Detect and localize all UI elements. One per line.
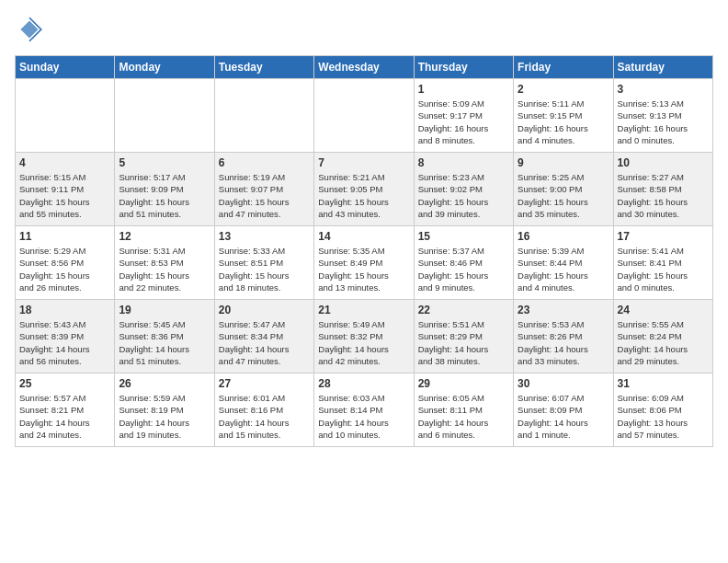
calendar-cell: 5Sunrise: 5:17 AM Sunset: 9:09 PM Daylig… bbox=[115, 153, 214, 226]
calendar-week-5: 25Sunrise: 5:57 AM Sunset: 8:21 PM Dayli… bbox=[16, 373, 713, 447]
day-number: 9 bbox=[518, 156, 609, 169]
day-number: 21 bbox=[318, 304, 409, 316]
calendar-week-2: 4Sunrise: 5:15 AM Sunset: 9:11 PM Daylig… bbox=[16, 153, 713, 226]
calendar-table: SundayMondayTuesdayWednesdayThursdayFrid… bbox=[15, 55, 713, 447]
day-number: 14 bbox=[318, 230, 409, 243]
day-info: Sunrise: 6:09 AM Sunset: 8:06 PM Dayligh… bbox=[618, 392, 709, 441]
day-number: 28 bbox=[318, 377, 409, 390]
day-number: 31 bbox=[618, 377, 709, 390]
day-number: 6 bbox=[219, 156, 310, 169]
day-number: 4 bbox=[19, 156, 110, 169]
calendar-cell: 20Sunrise: 5:47 AM Sunset: 8:34 PM Dayli… bbox=[214, 300, 313, 373]
day-info: Sunrise: 5:23 AM Sunset: 9:02 PM Dayligh… bbox=[418, 171, 509, 220]
day-info: Sunrise: 5:45 AM Sunset: 8:36 PM Dayligh… bbox=[119, 318, 210, 367]
calendar-week-3: 11Sunrise: 5:29 AM Sunset: 8:56 PM Dayli… bbox=[16, 226, 713, 300]
day-number: 30 bbox=[518, 377, 609, 390]
day-number: 15 bbox=[418, 230, 509, 243]
calendar-cell: 13Sunrise: 5:33 AM Sunset: 8:51 PM Dayli… bbox=[214, 226, 313, 300]
day-info: Sunrise: 5:41 AM Sunset: 8:41 PM Dayligh… bbox=[618, 245, 709, 293]
calendar-cell: 4Sunrise: 5:15 AM Sunset: 9:11 PM Daylig… bbox=[16, 153, 115, 226]
day-number: 1 bbox=[418, 83, 509, 96]
calendar-cell: 14Sunrise: 5:35 AM Sunset: 8:49 PM Dayli… bbox=[314, 226, 414, 300]
calendar-cell bbox=[16, 79, 115, 153]
day-number: 24 bbox=[618, 304, 709, 316]
calendar-cell: 7Sunrise: 5:21 AM Sunset: 9:05 PM Daylig… bbox=[314, 153, 414, 226]
calendar-cell: 6Sunrise: 5:19 AM Sunset: 9:07 PM Daylig… bbox=[214, 153, 313, 226]
day-number: 13 bbox=[219, 230, 310, 243]
day-info: Sunrise: 5:25 AM Sunset: 9:00 PM Dayligh… bbox=[518, 171, 609, 220]
day-number: 27 bbox=[219, 377, 310, 390]
day-info: Sunrise: 5:49 AM Sunset: 8:32 PM Dayligh… bbox=[318, 318, 409, 367]
calendar-cell: 29Sunrise: 6:05 AM Sunset: 8:11 PM Dayli… bbox=[414, 373, 513, 447]
day-number: 18 bbox=[19, 304, 110, 316]
calendar-cell: 17Sunrise: 5:41 AM Sunset: 8:41 PM Dayli… bbox=[613, 226, 712, 300]
calendar-cell: 16Sunrise: 5:39 AM Sunset: 8:44 PM Dayli… bbox=[514, 226, 613, 300]
day-number: 19 bbox=[119, 304, 210, 316]
calendar-cell: 9Sunrise: 5:25 AM Sunset: 9:00 PM Daylig… bbox=[514, 153, 613, 226]
day-number: 2 bbox=[518, 83, 609, 96]
day-number: 10 bbox=[618, 156, 709, 169]
calendar-cell: 18Sunrise: 5:43 AM Sunset: 8:39 PM Dayli… bbox=[16, 300, 115, 373]
day-info: Sunrise: 5:09 AM Sunset: 9:17 PM Dayligh… bbox=[418, 98, 509, 146]
calendar-cell: 28Sunrise: 6:03 AM Sunset: 8:14 PM Dayli… bbox=[314, 373, 414, 447]
calendar-cell: 8Sunrise: 5:23 AM Sunset: 9:02 PM Daylig… bbox=[414, 153, 513, 226]
page-header bbox=[15, 15, 713, 44]
day-info: Sunrise: 5:15 AM Sunset: 9:11 PM Dayligh… bbox=[19, 171, 110, 220]
day-info: Sunrise: 5:21 AM Sunset: 9:05 PM Dayligh… bbox=[318, 171, 409, 220]
calendar-cell: 26Sunrise: 5:59 AM Sunset: 8:19 PM Dayli… bbox=[115, 373, 214, 447]
calendar-cell: 10Sunrise: 5:27 AM Sunset: 8:58 PM Dayli… bbox=[613, 153, 712, 226]
calendar-cell: 22Sunrise: 5:51 AM Sunset: 8:29 PM Dayli… bbox=[414, 300, 513, 373]
calendar-cell: 21Sunrise: 5:49 AM Sunset: 8:32 PM Dayli… bbox=[314, 300, 414, 373]
calendar-header-row: SundayMondayTuesdayWednesdayThursdayFrid… bbox=[16, 56, 713, 79]
day-info: Sunrise: 5:55 AM Sunset: 8:24 PM Dayligh… bbox=[618, 318, 709, 367]
calendar-cell bbox=[115, 79, 214, 153]
calendar-cell: 12Sunrise: 5:31 AM Sunset: 8:53 PM Dayli… bbox=[115, 226, 214, 300]
calendar-cell: 2Sunrise: 5:11 AM Sunset: 9:15 PM Daylig… bbox=[514, 79, 613, 153]
day-header-tuesday: Tuesday bbox=[214, 56, 313, 79]
day-header-sunday: Sunday bbox=[16, 56, 115, 79]
day-info: Sunrise: 5:11 AM Sunset: 9:15 PM Dayligh… bbox=[518, 98, 609, 146]
day-number: 16 bbox=[518, 230, 609, 243]
day-info: Sunrise: 5:13 AM Sunset: 9:13 PM Dayligh… bbox=[618, 98, 709, 146]
day-info: Sunrise: 5:39 AM Sunset: 8:44 PM Dayligh… bbox=[518, 245, 609, 293]
day-info: Sunrise: 5:47 AM Sunset: 8:34 PM Dayligh… bbox=[219, 318, 310, 367]
logo-icon bbox=[15, 15, 44, 44]
day-info: Sunrise: 5:57 AM Sunset: 8:21 PM Dayligh… bbox=[19, 392, 110, 441]
day-number: 11 bbox=[19, 230, 110, 243]
calendar-cell: 15Sunrise: 5:37 AM Sunset: 8:46 PM Dayli… bbox=[414, 226, 513, 300]
day-info: Sunrise: 5:27 AM Sunset: 8:58 PM Dayligh… bbox=[618, 171, 709, 220]
day-number: 29 bbox=[418, 377, 509, 390]
calendar-cell: 25Sunrise: 5:57 AM Sunset: 8:21 PM Dayli… bbox=[16, 373, 115, 447]
calendar-cell: 1Sunrise: 5:09 AM Sunset: 9:17 PM Daylig… bbox=[414, 79, 513, 153]
day-number: 12 bbox=[119, 230, 210, 243]
day-number: 7 bbox=[318, 156, 409, 169]
calendar-cell: 3Sunrise: 5:13 AM Sunset: 9:13 PM Daylig… bbox=[613, 79, 712, 153]
day-number: 25 bbox=[19, 377, 110, 390]
calendar-week-1: 1Sunrise: 5:09 AM Sunset: 9:17 PM Daylig… bbox=[16, 79, 713, 153]
day-info: Sunrise: 5:51 AM Sunset: 8:29 PM Dayligh… bbox=[418, 318, 509, 367]
calendar-cell: 24Sunrise: 5:55 AM Sunset: 8:24 PM Dayli… bbox=[613, 300, 712, 373]
day-header-monday: Monday bbox=[115, 56, 214, 79]
day-number: 5 bbox=[119, 156, 210, 169]
day-number: 20 bbox=[219, 304, 310, 316]
day-number: 17 bbox=[618, 230, 709, 243]
calendar-cell: 23Sunrise: 5:53 AM Sunset: 8:26 PM Dayli… bbox=[514, 300, 613, 373]
day-info: Sunrise: 5:31 AM Sunset: 8:53 PM Dayligh… bbox=[119, 245, 210, 293]
day-header-saturday: Saturday bbox=[613, 56, 712, 79]
day-info: Sunrise: 5:53 AM Sunset: 8:26 PM Dayligh… bbox=[518, 318, 609, 367]
calendar-cell: 11Sunrise: 5:29 AM Sunset: 8:56 PM Dayli… bbox=[16, 226, 115, 300]
day-header-wednesday: Wednesday bbox=[314, 56, 414, 79]
day-info: Sunrise: 5:33 AM Sunset: 8:51 PM Dayligh… bbox=[219, 245, 310, 293]
logo bbox=[15, 15, 48, 44]
day-info: Sunrise: 5:17 AM Sunset: 9:09 PM Dayligh… bbox=[119, 171, 210, 220]
calendar-cell: 27Sunrise: 6:01 AM Sunset: 8:16 PM Dayli… bbox=[214, 373, 313, 447]
calendar-cell bbox=[314, 79, 414, 153]
calendar-cell: 19Sunrise: 5:45 AM Sunset: 8:36 PM Dayli… bbox=[115, 300, 214, 373]
day-info: Sunrise: 5:59 AM Sunset: 8:19 PM Dayligh… bbox=[119, 392, 210, 441]
day-info: Sunrise: 5:35 AM Sunset: 8:49 PM Dayligh… bbox=[318, 245, 409, 293]
calendar-week-4: 18Sunrise: 5:43 AM Sunset: 8:39 PM Dayli… bbox=[16, 300, 713, 373]
day-number: 26 bbox=[119, 377, 210, 390]
day-info: Sunrise: 5:37 AM Sunset: 8:46 PM Dayligh… bbox=[418, 245, 509, 293]
day-header-thursday: Thursday bbox=[414, 56, 513, 79]
day-number: 8 bbox=[418, 156, 509, 169]
